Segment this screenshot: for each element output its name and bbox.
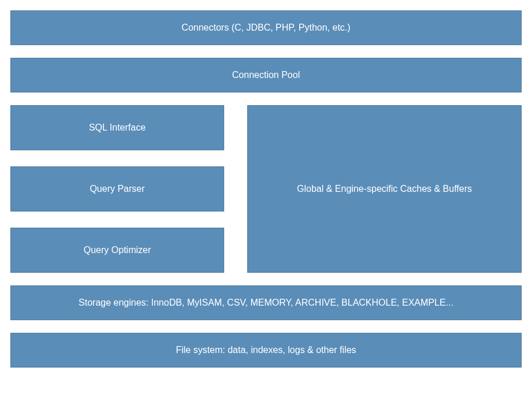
caches-buffers-box: Global & Engine-specific Caches & Buffer…: [247, 105, 522, 273]
query-parser-label: Query Parser: [90, 184, 144, 194]
architecture-diagram: Connectors (C, JDBC, PHP, Python, etc.) …: [10, 10, 522, 367]
sql-interface-label: SQL Interface: [89, 122, 146, 133]
middle-section: SQL Interface Query Parser Query Optimiz…: [10, 105, 522, 273]
storage-engines-label: Storage engines: InnoDB, MyISAM, CSV, ME…: [79, 298, 453, 308]
connectors-layer: Connectors (C, JDBC, PHP, Python, etc.): [10, 10, 522, 45]
file-system-label: File system: data, indexes, logs & other…: [176, 345, 356, 355]
caches-buffers-label: Global & Engine-specific Caches & Buffer…: [297, 184, 472, 194]
sql-interface-box: SQL Interface: [10, 105, 224, 150]
left-column: SQL Interface Query Parser Query Optimiz…: [10, 105, 224, 273]
connectors-label: Connectors (C, JDBC, PHP, Python, etc.): [181, 23, 350, 33]
query-optimizer-label: Query Optimizer: [84, 245, 151, 255]
connection-pool-label: Connection Pool: [232, 70, 300, 80]
file-system-layer: File system: data, indexes, logs & other…: [10, 333, 522, 367]
storage-engines-layer: Storage engines: InnoDB, MyISAM, CSV, ME…: [10, 285, 522, 320]
query-optimizer-box: Query Optimizer: [10, 228, 224, 273]
query-parser-box: Query Parser: [10, 166, 224, 211]
connection-pool-layer: Connection Pool: [10, 58, 522, 92]
